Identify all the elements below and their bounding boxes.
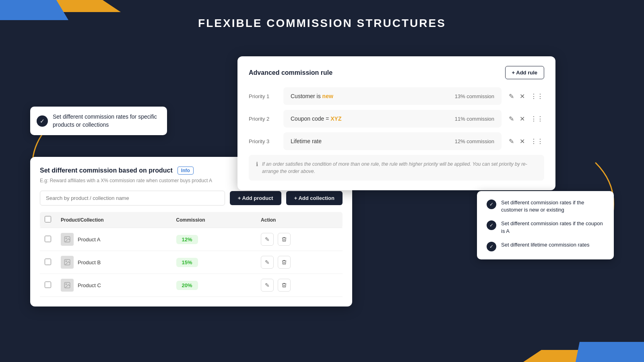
svg-point-6 — [66, 284, 66, 284]
info-note: ℹ If an order satisfies the condition of… — [249, 155, 544, 181]
priority-item-3: Lifetime rate 12% commission — [283, 132, 502, 150]
svg-point-4 — [66, 261, 66, 261]
priority-actions-1: ✎ ✕ ⋮⋮ — [508, 92, 544, 101]
priority-close-button-1[interactable]: ✕ — [519, 92, 526, 101]
priority-close-button-3[interactable]: ✕ — [519, 137, 526, 146]
table-header-row: Product/Collection Commission Action — [40, 212, 343, 228]
highlight-1: XYZ — [330, 115, 341, 122]
priority-commission-1: 13% commission — [455, 93, 494, 99]
col-checkbox — [40, 212, 56, 228]
page-title: FLEXIBLE COMMISSION STRUCTURES — [0, 17, 644, 30]
row-checkbox-2[interactable] — [45, 282, 51, 288]
priority-row-3: Priority 3 Lifetime rate 12% commission … — [249, 132, 544, 150]
check-icon-right-2: ✓ — [487, 220, 496, 230]
product-card-title: Set different commission based on produc… — [40, 167, 173, 174]
priority-actions-2: ✎ ✕ ⋮⋮ — [508, 114, 544, 123]
priority-drag-button-2[interactable]: ⋮⋮ — [530, 114, 544, 123]
commission-badge-0: 12% — [176, 235, 198, 244]
highlight-0: new — [322, 93, 333, 99]
row-product-cell: Product C — [56, 274, 171, 297]
priority-label-3: Priority 3 — [249, 138, 277, 144]
row-product-cell: Product B — [56, 251, 171, 274]
col-action: Action — [256, 212, 343, 228]
advanced-card-title: Advanced commission rule — [249, 69, 332, 76]
product-image-2 — [61, 279, 74, 292]
priority-close-button-2[interactable]: ✕ — [519, 114, 526, 123]
table-row: Product B 15% ✎ — [40, 251, 343, 274]
col-product-collection: Product/Collection — [56, 212, 171, 228]
priority-drag-button-1[interactable]: ⋮⋮ — [530, 92, 544, 101]
add-product-button[interactable]: + Add product — [230, 191, 281, 205]
product-name-1: Product B — [78, 259, 101, 265]
priority-item-text-1: Customer is new — [291, 93, 333, 99]
add-rule-button[interactable]: + Add rule — [505, 66, 544, 79]
priority-edit-button-3[interactable]: ✎ — [508, 137, 515, 146]
product-image-1 — [61, 256, 74, 269]
row-product-cell: Product A — [56, 228, 171, 251]
row-checkbox-cell — [40, 251, 56, 274]
product-name-0: Product A — [78, 237, 100, 243]
advanced-card-header: Advanced commission rule + Add rule — [249, 66, 544, 79]
priority-label-1: Priority 1 — [249, 93, 277, 99]
callout-left-box: ✓ Set different commission rates for spe… — [30, 107, 167, 135]
row-commission-cell: 20% — [171, 274, 256, 297]
priority-row-1: Priority 1 Customer is new 13% commissio… — [249, 87, 544, 105]
delete-button-0[interactable] — [278, 233, 291, 246]
priority-edit-button-1[interactable]: ✎ — [508, 92, 515, 101]
edit-button-2[interactable]: ✎ — [261, 279, 274, 292]
info-note-text: If an order satisfies the condition of m… — [262, 160, 537, 175]
callout-right-items: ✓ Set different commission rates if the … — [487, 199, 604, 251]
row-checkbox-0[interactable] — [45, 236, 51, 242]
svg-point-2 — [66, 238, 66, 239]
row-checkbox-cell — [40, 274, 56, 297]
search-input[interactable] — [40, 191, 225, 206]
edit-button-1[interactable]: ✎ — [261, 256, 274, 269]
product-name-2: Product C — [78, 282, 101, 288]
callout-right-item-3: ✓ Set different lifetime commission rate… — [487, 241, 604, 251]
commission-badge-1: 15% — [176, 258, 198, 267]
callout-right-item-1: ✓ Set different commission rates if the … — [487, 199, 604, 214]
priority-drag-button-3[interactable]: ⋮⋮ — [530, 137, 544, 146]
col-commission: Commission — [171, 212, 256, 228]
check-icon-left: ✓ — [37, 115, 48, 127]
priority-edit-button-2[interactable]: ✎ — [508, 114, 515, 123]
priority-item-text-2: Coupon code = XYZ — [291, 115, 341, 122]
add-collection-button[interactable]: + Add collection — [286, 191, 343, 205]
advanced-commission-card: Advanced commission rule + Add rule Prio… — [237, 56, 555, 190]
product-card-actions: + Add product + Add collection — [40, 191, 343, 206]
priority-rows-container: Priority 1 Customer is new 13% commissio… — [249, 87, 544, 150]
priority-commission-3: 12% commission — [455, 138, 494, 144]
callout-left-text: Set different commission rates for speci… — [53, 113, 159, 129]
callout-right-text-2: Set different commission rates if the co… — [501, 220, 604, 234]
delete-button-2[interactable] — [278, 279, 291, 292]
check-icon-right-3: ✓ — [487, 242, 496, 251]
info-icon: ℹ — [256, 161, 258, 167]
priority-item-text-3: Lifetime rate — [291, 138, 322, 144]
delete-button-1[interactable] — [278, 256, 291, 269]
edit-button-0[interactable]: ✎ — [261, 233, 274, 246]
row-checkbox-cell — [40, 228, 56, 251]
priority-item-1: Customer is new 13% commission — [283, 87, 502, 105]
row-action-cell: ✎ — [256, 228, 343, 251]
priority-row-2: Priority 2 Coupon code = XYZ 11% commiss… — [249, 110, 544, 128]
callout-right-box: ✓ Set different commission rates if the … — [477, 191, 614, 259]
priority-commission-2: 11% commission — [455, 116, 494, 122]
row-checkbox-1[interactable] — [45, 259, 51, 265]
row-commission-cell: 12% — [171, 228, 256, 251]
check-icon-right-1: ✓ — [487, 200, 496, 209]
commission-badge-2: 20% — [176, 281, 198, 290]
callout-right-text-1: Set different commission rates if the cu… — [501, 199, 604, 214]
row-commission-cell: 15% — [171, 251, 256, 274]
row-action-cell: ✎ — [256, 251, 343, 274]
priority-label-2: Priority 2 — [249, 116, 277, 122]
table-row: Product A 12% ✎ — [40, 228, 343, 251]
callout-right-text-3: Set different lifetime commission rates — [501, 241, 589, 249]
row-action-cell: ✎ — [256, 274, 343, 297]
table-row: Product C 20% ✎ — [40, 274, 343, 297]
info-badge[interactable]: Info — [178, 167, 194, 175]
callout-right-item-2: ✓ Set different commission rates if the … — [487, 220, 604, 234]
product-image-0 — [61, 233, 74, 246]
select-all-checkbox[interactable] — [45, 216, 51, 222]
product-table: Product/Collection Commission Action Pro… — [40, 212, 343, 297]
priority-item-2: Coupon code = XYZ 11% commission — [283, 110, 502, 128]
